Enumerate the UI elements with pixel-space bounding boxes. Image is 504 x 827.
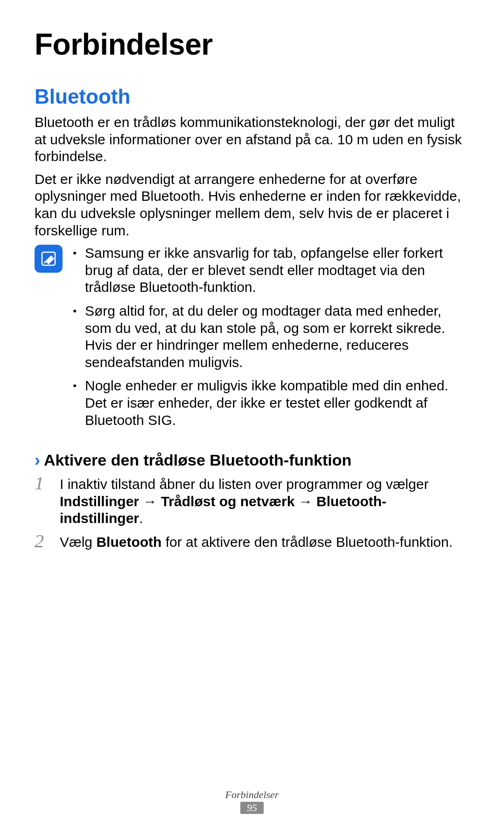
step-text: Vælg: [60, 534, 96, 550]
step-text: .: [139, 510, 143, 526]
note-item: Sørg altid for, at du deler og modtager …: [71, 303, 469, 371]
step-body: I inaktiv tilstand åbner du listen over …: [60, 474, 469, 527]
step-bold: Indstillinger: [60, 494, 139, 509]
step-text: I inaktiv tilstand åbner du listen over …: [60, 476, 428, 492]
footer-page-number: 95: [240, 802, 264, 814]
subsection-heading: › Aktivere den trådløse Bluetooth-funkti…: [35, 451, 469, 469]
step-number: 1: [35, 474, 53, 527]
step-text: for at aktivere den trådløse Bluetooth-f…: [161, 534, 453, 550]
section-title: Bluetooth: [35, 85, 469, 108]
document-page: Forbindelser Bluetooth Bluetooth er en t…: [0, 0, 504, 827]
intro-paragraph-1: Bluetooth er en trådløs kommunikationste…: [35, 114, 469, 165]
step-bold: Bluetooth: [96, 534, 161, 550]
step-arrow: →: [139, 494, 161, 509]
note-item: Samsung er ikke ansvarlig for tab, opfan…: [71, 245, 469, 296]
page-footer: Forbindelser 95: [0, 789, 504, 814]
note-icon: [35, 245, 63, 273]
note-block: Samsung er ikke ansvarlig for tab, opfan…: [35, 245, 469, 435]
step-item: 1 I inaktiv tilstand åbner du listen ove…: [35, 474, 469, 527]
intro-paragraph-2: Det er ikke nødvendigt at arrangere enhe…: [35, 171, 469, 239]
subsection-title: Aktivere den trådløse Bluetooth-funktion: [44, 451, 351, 469]
step-item: 2 Vælg Bluetooth for at aktivere den trå…: [35, 532, 469, 551]
note-list: Samsung er ikke ansvarlig for tab, opfan…: [71, 245, 469, 435]
step-arrow: →: [294, 494, 316, 509]
chevron-right-icon: ›: [35, 452, 40, 469]
steps-list: 1 I inaktiv tilstand åbner du listen ove…: [35, 474, 469, 551]
footer-section-name: Forbindelser: [0, 789, 504, 801]
subsection: › Aktivere den trådløse Bluetooth-funkti…: [35, 451, 469, 551]
step-body: Vælg Bluetooth for at aktivere den trådl…: [60, 532, 469, 551]
note-item: Nogle enheder er muligvis ikke kompatibl…: [71, 377, 469, 429]
step-number: 2: [35, 532, 53, 551]
step-bold: Trådløst og netværk: [161, 494, 295, 509]
chapter-title: Forbindelser: [35, 27, 469, 62]
